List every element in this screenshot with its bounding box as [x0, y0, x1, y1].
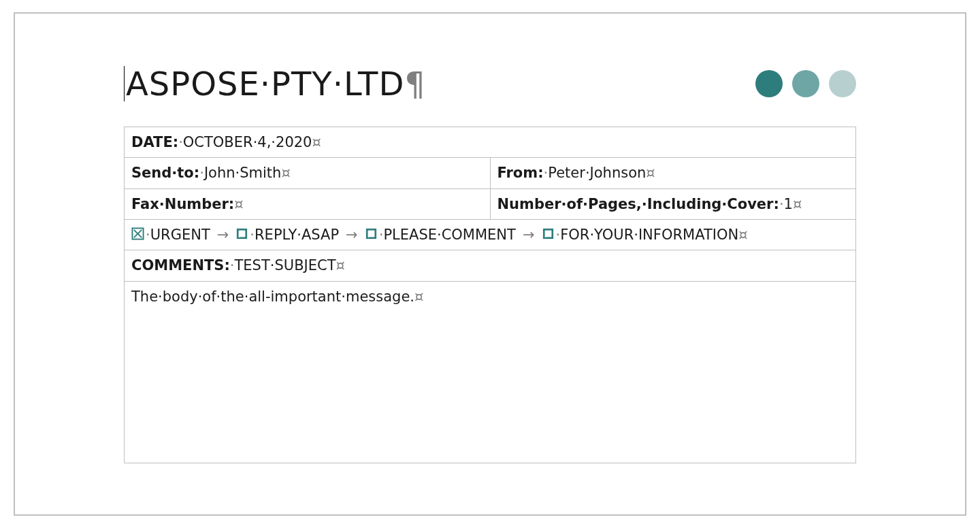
- end-mark: ¤: [281, 165, 290, 181]
- pages-value: 1: [784, 196, 793, 212]
- comments-value: TEST·SUBJECT: [235, 257, 336, 274]
- separator-dot: ·: [178, 134, 183, 150]
- date-label: DATE:: [131, 134, 178, 150]
- end-mark: ¤: [793, 196, 802, 212]
- comments-cell: COMMENTS:·TEST·SUBJECT¤: [125, 250, 856, 281]
- end-mark: ¤: [738, 227, 747, 243]
- svg-rect-8: [544, 231, 551, 237]
- fax-table: DATE:·OCTOBER·4,·2020¤ Send·to:·John·Smi…: [124, 127, 856, 463]
- date-cell: DATE:·OCTOBER·4,·2020¤: [125, 127, 856, 158]
- end-mark: ¤: [234, 196, 243, 212]
- separator-dot: ·: [779, 196, 784, 212]
- separator-dot: ·: [199, 165, 204, 181]
- options-list: ·URGENT→·REPLY·ASAP→·PLEASE·COMMENT→·FOR…: [131, 227, 738, 243]
- send-to-cell: Send·to:·John·Smith¤: [125, 158, 491, 188]
- svg-rect-6: [368, 231, 374, 237]
- options-cell: ·URGENT→·REPLY·ASAP→·PLEASE·COMMENT→·FOR…: [125, 220, 856, 250]
- end-mark: ¤: [336, 257, 345, 274]
- option-label: PLEASE·COMMENT: [383, 227, 516, 243]
- checkbox-icon: [365, 227, 378, 240]
- comments-label: COMMENTS:: [131, 257, 230, 274]
- checkbox-icon: [235, 227, 248, 240]
- svg-rect-4: [239, 231, 246, 237]
- logo-dots: [755, 70, 856, 97]
- tab-arrow-mark: →: [523, 225, 535, 244]
- document-page: ASPOSE·PTY·LTD¶ DATE:·OCTOBER·4,·2020¤ S…: [14, 12, 966, 516]
- end-mark: ¤: [414, 288, 423, 305]
- logo-dot-1: [755, 70, 783, 97]
- send-to-label: Send·to:: [131, 165, 199, 181]
- company-title: ASPOSE·PTY·LTD¶: [124, 65, 426, 103]
- checkbox-icon: [131, 227, 144, 240]
- tab-arrow-mark: →: [217, 225, 229, 244]
- text-cursor: [124, 66, 125, 101]
- body-cell: The·body·of·the·all-important·message.¤: [125, 281, 856, 463]
- separator-dot: ·: [146, 227, 150, 243]
- header-row: ASPOSE·PTY·LTD¶: [124, 65, 856, 103]
- fax-number-label: Fax·Number:: [131, 196, 234, 212]
- body-text: The·body·of·the·all-important·message.: [131, 288, 414, 305]
- send-to-value: John·Smith: [204, 165, 282, 181]
- tab-arrow-mark: →: [346, 225, 358, 244]
- separator-dot: ·: [230, 257, 235, 274]
- end-mark: ¤: [646, 165, 655, 181]
- company-title-text: ASPOSE·PTY·LTD: [126, 65, 404, 103]
- from-label: From:: [497, 165, 544, 181]
- date-value: OCTOBER·4,·2020: [183, 134, 312, 150]
- logo-dot-3: [829, 70, 856, 97]
- end-mark: ¤: [312, 134, 321, 150]
- checkbox-icon: [542, 227, 555, 240]
- option-label: URGENT: [150, 227, 210, 243]
- fax-number-cell: Fax·Number:¤: [125, 188, 491, 219]
- from-value: Peter·Johnson: [548, 165, 646, 181]
- pages-label: Number·of·Pages,·Including·Cover:: [497, 196, 779, 212]
- pilcrow-mark: ¶: [404, 65, 426, 103]
- option-label: FOR·YOUR·INFORMATION: [560, 227, 738, 243]
- pages-cell: Number·of·Pages,·Including·Cover:·1¤: [490, 188, 856, 219]
- logo-dot-2: [792, 70, 819, 97]
- from-cell: From:·Peter·Johnson¤: [490, 158, 856, 188]
- option-label: REPLY·ASAP: [255, 227, 339, 243]
